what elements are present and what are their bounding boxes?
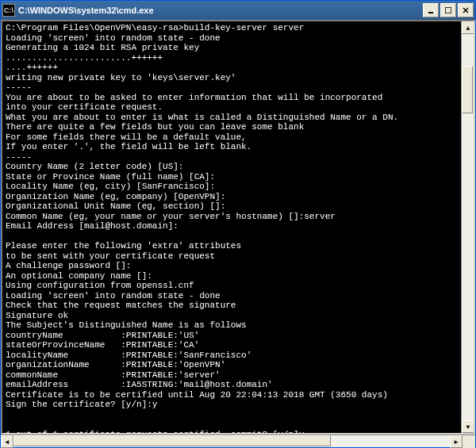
terminal-line: into your certificate request. bbox=[6, 102, 458, 113]
terminal-line: ----- bbox=[6, 152, 458, 163]
terminal-line: Sign the certificate? [y/n]:y bbox=[6, 400, 458, 410]
terminal-output[interactable]: C:\Program Files\OpenVPN\easy-rsa>build-… bbox=[2, 21, 461, 433]
hscroll-track[interactable] bbox=[13, 435, 450, 447]
terminal-line: Generating a 1024 bit RSA private key bbox=[6, 43, 458, 53]
cmd-icon: C:\ bbox=[2, 4, 15, 17]
minimize-icon bbox=[428, 7, 434, 13]
window-buttons bbox=[423, 3, 474, 17]
terminal-line: Country Name (2 letter code) [US]: bbox=[6, 162, 458, 172]
terminal-line bbox=[6, 232, 458, 242]
terminal-line: Organization Name (eg, company) [OpenVPN… bbox=[6, 192, 458, 202]
terminal-line: ....++++++ bbox=[6, 63, 458, 73]
hscroll-thumb[interactable] bbox=[13, 435, 331, 446]
terminal-line: There are quite a few fields but you can… bbox=[6, 122, 458, 132]
terminal-line: Certificate is to be certified until Aug… bbox=[6, 390, 458, 400]
svg-rect-0 bbox=[428, 12, 433, 13]
minimize-button[interactable] bbox=[423, 3, 439, 17]
terminal-line: emailAddress :IA5STRING:'mail@host.domai… bbox=[6, 380, 458, 390]
terminal-line: Using configuration from openssl.cnf bbox=[6, 281, 458, 291]
terminal-line: localityName :PRINTABLE:'SanFrancisco' bbox=[6, 350, 458, 361]
vscroll-track[interactable] bbox=[462, 34, 474, 420]
titlebar[interactable]: C:\ C:\WINDOWS\system32\cmd.exe bbox=[1, 1, 475, 20]
cmd-icon-text: C:\ bbox=[4, 6, 13, 14]
terminal-line: 1 out of 1 certificate requests certifie… bbox=[6, 430, 458, 434]
terminal-line: You are about to be asked to enter infor… bbox=[6, 93, 458, 103]
close-button[interactable] bbox=[458, 3, 474, 17]
terminal-line: Locality Name (eg, city) [SanFrancisco]: bbox=[6, 182, 458, 192]
terminal-line: writing new private key to 'keys\server.… bbox=[6, 73, 458, 83]
terminal-line: Loading 'screen' into random state - don… bbox=[6, 291, 458, 301]
svg-rect-1 bbox=[445, 7, 451, 13]
terminal-line bbox=[6, 410, 458, 420]
terminal-line: If you enter '.', the field will be left… bbox=[6, 142, 458, 152]
terminal-line: State or Province Name (full name) [CA]: bbox=[6, 172, 458, 182]
scroll-right-button[interactable]: ► bbox=[450, 435, 463, 448]
terminal-line: to be sent with your certificate request bbox=[6, 251, 458, 262]
terminal-line: Check that the request matches the signa… bbox=[6, 301, 458, 311]
terminal-line: What you are about to enter is what is c… bbox=[6, 113, 458, 123]
terminal-line: A challenge password []: bbox=[6, 261, 458, 271]
terminal-line bbox=[6, 419, 458, 430]
bottom-scroll-area: ◄ ► bbox=[1, 435, 475, 447]
maximize-button[interactable] bbox=[440, 3, 456, 17]
scroll-corner bbox=[463, 435, 475, 448]
window-title: C:\WINDOWS\system32\cmd.exe bbox=[18, 6, 423, 15]
close-icon bbox=[463, 7, 469, 13]
terminal-line: stateOrProvinceName :PRINTABLE:'CA' bbox=[6, 340, 458, 350]
terminal-line: Organizational Unit Name (eg, section) [… bbox=[6, 201, 458, 212]
terminal-line: Signature ok bbox=[6, 311, 458, 321]
scroll-up-button[interactable]: ▲ bbox=[462, 21, 474, 34]
terminal-line: An optional company name []: bbox=[6, 271, 458, 281]
vscroll-thumb[interactable] bbox=[462, 66, 473, 113]
cmd-window: C:\ C:\WINDOWS\system32\cmd.exe C:\Progr… bbox=[0, 0, 476, 448]
terminal-line: organizationName :PRINTABLE:'OpenVPN' bbox=[6, 360, 458, 370]
scroll-left-button[interactable]: ◄ bbox=[1, 435, 13, 448]
terminal-line: Please enter the following 'extra' attri… bbox=[6, 241, 458, 251]
content-area: C:\Program Files\OpenVPN\easy-rsa>build-… bbox=[1, 20, 475, 435]
terminal-line: Common Name (eg, your name or your serve… bbox=[6, 212, 458, 222]
terminal-line: ----- bbox=[6, 82, 458, 93]
horizontal-scrollbar[interactable]: ◄ ► bbox=[1, 435, 463, 447]
terminal-line: The Subject's Distinguished Name is as f… bbox=[6, 320, 458, 331]
terminal-line: commonName :PRINTABLE:'server' bbox=[6, 370, 458, 381]
scroll-down-button[interactable]: ▼ bbox=[462, 420, 474, 433]
terminal-line: ........................++++++ bbox=[6, 53, 458, 63]
terminal-line: countryName :PRINTABLE:'US' bbox=[6, 331, 458, 341]
terminal-line: C:\Program Files\OpenVPN\easy-rsa>build-… bbox=[6, 23, 458, 33]
maximize-icon bbox=[445, 7, 451, 13]
vertical-scrollbar[interactable]: ▲ ▼ bbox=[461, 21, 474, 433]
terminal-line: Email Address [mail@host.domain]: bbox=[6, 221, 458, 232]
terminal-line: For some fields there will be a default … bbox=[6, 132, 458, 143]
terminal-line: Loading 'screen' into random state - don… bbox=[6, 33, 458, 44]
